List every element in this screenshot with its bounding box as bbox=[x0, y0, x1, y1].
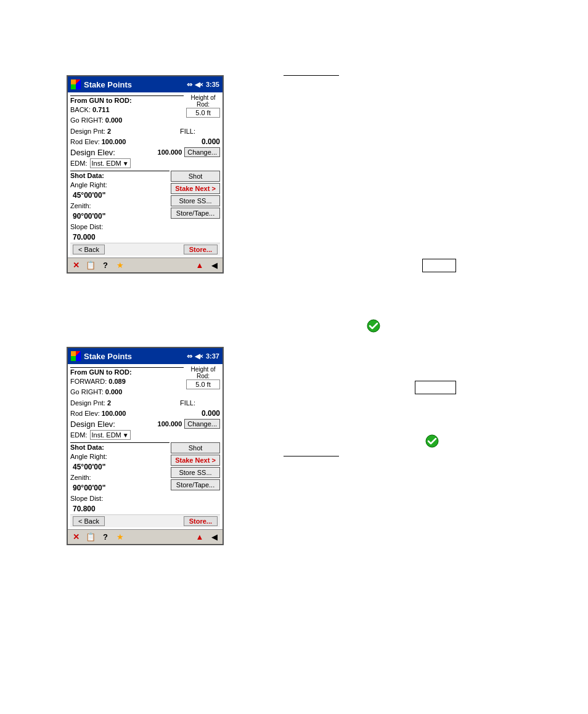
zenith-label-1: Zenith: bbox=[70, 202, 91, 209]
zenith-label-2: Zenith: bbox=[70, 474, 91, 481]
edm-label-2: EDM: bbox=[70, 431, 88, 439]
help-icon-2[interactable]: ? bbox=[100, 532, 111, 543]
change-button-1[interactable]: Change... bbox=[184, 147, 220, 157]
design-pnt-value-2: 2 bbox=[107, 399, 111, 407]
slope-dist-label-1: Slope Dist: bbox=[70, 223, 103, 230]
from-gun-header-1: From GUN to ROD: bbox=[70, 95, 184, 104]
store-ss-button-2[interactable]: Store SS... bbox=[171, 467, 220, 478]
angle-right-value-row-2: 45°00'00" bbox=[70, 462, 169, 472]
back-button-1[interactable]: < Back bbox=[73, 245, 105, 254]
hor-input-1[interactable] bbox=[186, 108, 220, 118]
device-content-1: From GUN to ROD: BACK: 0.711 Go RIGHT: 0… bbox=[68, 92, 223, 258]
goright-label-1: Go RIGHT: bbox=[70, 116, 104, 124]
hor-input-2[interactable] bbox=[186, 379, 220, 389]
edm-value-2: Inst. EDM bbox=[92, 431, 121, 439]
back-label-1: BACK: bbox=[70, 106, 91, 113]
stake-next-button-1[interactable]: Stake Next > bbox=[171, 183, 220, 194]
taskbar-1: ✕ 📋 ? ★ ▲ ◀ bbox=[68, 258, 223, 272]
shot-data-layout-2: Shot Data: Angle Right: 45°00'00" Zenith… bbox=[70, 441, 220, 514]
forward-label-2: FORWARD: bbox=[70, 378, 107, 385]
goright-row-2: Go RIGHT: 0.000 bbox=[70, 387, 184, 397]
slope-dist-value-row-1: 70.000 bbox=[70, 232, 169, 242]
from-gun-left-1: From GUN to ROD: BACK: 0.711 Go RIGHT: 0… bbox=[70, 94, 184, 126]
fill-value-2: 0.000 bbox=[202, 409, 220, 418]
annotation-box-1 bbox=[422, 259, 456, 272]
forward-value-2: 0.089 bbox=[108, 378, 126, 385]
back-row-1: BACK: 0.711 bbox=[70, 105, 184, 115]
slope-dist-value-1: 70.000 bbox=[73, 233, 96, 241]
annotation-box-2 bbox=[415, 381, 456, 394]
zenith-value-2: 90°00'00" bbox=[73, 484, 105, 492]
annotation-line-top bbox=[284, 75, 339, 76]
stake-next-button-2[interactable]: Stake Next > bbox=[171, 455, 220, 466]
design-pnt-value-1: 2 bbox=[107, 128, 111, 135]
zenith-value-1: 90°00'00" bbox=[73, 212, 105, 221]
hor-label2-2: Rod: bbox=[197, 373, 210, 379]
angle-right-label-1: Angle Right: bbox=[70, 181, 107, 189]
angle-right-value-row-1: 45°00'00" bbox=[70, 190, 169, 200]
close-icon-1[interactable]: ✕ bbox=[70, 260, 81, 271]
rod-elev-value-1: 100.000 bbox=[102, 138, 126, 145]
design-fill-row-2: Design Pnt: 2 FILL: bbox=[70, 398, 220, 408]
edm-dropdown-arrow-2: ▼ bbox=[123, 432, 129, 439]
triangle-icon-1[interactable]: ▲ bbox=[194, 260, 205, 271]
design-pnt-label-1: Design Pnt: bbox=[70, 128, 105, 135]
hor-label2-1: Rod: bbox=[197, 101, 210, 108]
windows-logo-icon bbox=[71, 79, 81, 89]
height-of-rod-section-1: Height of Rod: bbox=[186, 94, 220, 118]
star-icon-2[interactable]: ★ bbox=[115, 532, 126, 543]
design-elev-value-1: 100.000 bbox=[158, 148, 182, 156]
edm-select-2[interactable]: Inst. EDM ▼ bbox=[90, 430, 131, 440]
copy-icon-2[interactable]: 📋 bbox=[85, 532, 96, 543]
angle-right-value-2: 45°00'00" bbox=[73, 463, 105, 471]
help-icon-1[interactable]: ? bbox=[100, 260, 111, 271]
window-2: Stake Points ⇔ ◀× 3:37 From GUN to ROD: … bbox=[67, 347, 224, 545]
scroll-icon-2[interactable]: ◀ bbox=[209, 532, 220, 543]
copy-icon-1[interactable]: 📋 bbox=[85, 260, 96, 271]
window-title-2: Stake Points bbox=[84, 352, 187, 361]
angle-right-label-row-1: Angle Right: bbox=[70, 180, 169, 190]
store-button-1[interactable]: Store... bbox=[184, 245, 218, 254]
angle-right-label-2: Angle Right: bbox=[70, 453, 107, 460]
rod-elev-value-2: 100.000 bbox=[102, 410, 126, 417]
shot-button-2[interactable]: Shot bbox=[171, 442, 220, 453]
star-icon-1[interactable]: ★ bbox=[115, 260, 126, 271]
change-button-2[interactable]: Change... bbox=[184, 419, 220, 429]
taskbar-2: ✕ 📋 ? ★ ▲ ◀ bbox=[68, 529, 223, 544]
rod-elev-label-2: Rod Elev: bbox=[70, 410, 100, 417]
design-elev-label-1: Design Elev: bbox=[70, 148, 115, 157]
window-1: Stake Points ⇔ ◀× 3:35 From GUN to ROD: … bbox=[67, 75, 224, 274]
design-elev-row-1: Design Elev: 100.000 Change... bbox=[70, 147, 220, 157]
hor-label1-1: Height of bbox=[190, 94, 215, 101]
design-elev-value-2: 100.000 bbox=[158, 420, 182, 428]
edm-select-1[interactable]: Inst. EDM ▼ bbox=[90, 158, 131, 168]
rod-elev-row-2: Rod Elev: 100.000 0.000 bbox=[70, 408, 220, 418]
action-buttons-2: Shot Stake Next > Store SS... Store/Tape… bbox=[171, 441, 220, 514]
fill-label-1: FILL: bbox=[180, 128, 195, 135]
triangle-icon-2[interactable]: ▲ bbox=[194, 532, 205, 543]
design-elev-label-2: Design Elev: bbox=[70, 420, 115, 429]
store-button-2[interactable]: Store... bbox=[184, 516, 218, 526]
store-tape-button-1[interactable]: Store/Tape... bbox=[171, 208, 220, 219]
zenith-value-row-1: 90°00'00" bbox=[70, 211, 169, 221]
back-value-1: 0.711 bbox=[92, 106, 110, 113]
window-title-1: Stake Points bbox=[84, 80, 187, 89]
from-gun-section-1: From GUN to ROD: BACK: 0.711 Go RIGHT: 0… bbox=[70, 94, 220, 126]
close-icon-2[interactable]: ✕ bbox=[70, 532, 81, 543]
from-gun-left-2: From GUN to ROD: FORWARD: 0.089 Go RIGHT… bbox=[70, 366, 184, 397]
shot-button-1[interactable]: Shot bbox=[171, 171, 220, 182]
store-tape-button-2[interactable]: Store/Tape... bbox=[171, 479, 220, 490]
design-fill-row-1: Design Pnt: 2 FILL: bbox=[70, 126, 220, 136]
edm-value-1: Inst. EDM bbox=[92, 160, 121, 167]
title-bar-1: Stake Points ⇔ ◀× 3:35 bbox=[68, 76, 223, 92]
edm-row-2: EDM: Inst. EDM ▼ bbox=[70, 430, 220, 440]
from-gun-section-2: From GUN to ROD: FORWARD: 0.089 Go RIGHT… bbox=[70, 366, 220, 397]
back-button-2[interactable]: < Back bbox=[73, 516, 105, 526]
goright-value-1: 0.000 bbox=[105, 116, 123, 124]
store-ss-button-1[interactable]: Store SS... bbox=[171, 195, 220, 206]
scroll-icon-1[interactable]: ◀ bbox=[209, 260, 220, 271]
action-buttons-1: Shot Stake Next > Store SS... Store/Tape… bbox=[171, 169, 220, 243]
slope-dist-value-row-2: 70.800 bbox=[70, 504, 169, 514]
design-elev-row-2: Design Elev: 100.000 Change... bbox=[70, 419, 220, 429]
rod-elev-row-1: Rod Elev: 100.000 0.000 bbox=[70, 137, 220, 147]
